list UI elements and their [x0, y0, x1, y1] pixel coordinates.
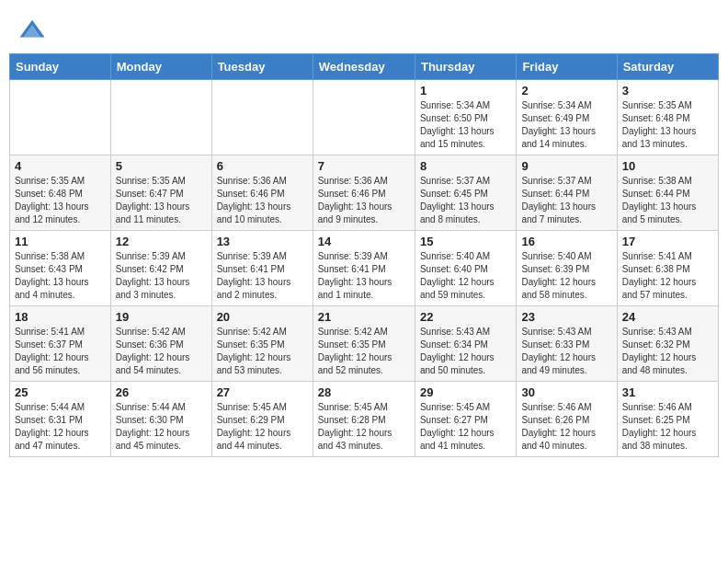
week-row-2: 4Sunrise: 5:35 AM Sunset: 6:48 PM Daylig…	[10, 155, 719, 231]
week-row-1: 1Sunrise: 5:34 AM Sunset: 6:50 PM Daylig…	[10, 80, 719, 155]
day-number: 12	[116, 235, 207, 248]
day-info: Sunrise: 5:38 AM Sunset: 6:44 PM Dayligh…	[622, 175, 713, 226]
day-cell: 12Sunrise: 5:39 AM Sunset: 6:42 PM Dayli…	[110, 231, 211, 306]
day-number: 3	[622, 84, 713, 98]
day-info: Sunrise: 5:39 AM Sunset: 6:41 PM Dayligh…	[217, 250, 308, 302]
day-number: 4	[15, 159, 106, 173]
weekday-monday: Monday	[110, 54, 211, 80]
day-info: Sunrise: 5:38 AM Sunset: 6:43 PM Dayligh…	[15, 250, 106, 302]
day-cell: 29Sunrise: 5:45 AM Sunset: 6:27 PM Dayli…	[415, 382, 516, 457]
day-cell: 18Sunrise: 5:41 AM Sunset: 6:37 PM Dayli…	[10, 306, 111, 382]
day-number: 29	[420, 385, 511, 399]
weekday-wednesday: Wednesday	[313, 54, 415, 80]
day-number: 1	[420, 84, 511, 98]
day-number: 11	[15, 235, 106, 248]
day-cell: 21Sunrise: 5:42 AM Sunset: 6:35 PM Dayli…	[313, 306, 415, 382]
weekday-thursday: Thursday	[415, 54, 516, 80]
day-number: 27	[217, 385, 308, 399]
day-cell: 22Sunrise: 5:43 AM Sunset: 6:34 PM Dayli…	[415, 306, 516, 382]
logo	[18, 17, 51, 44]
day-info: Sunrise: 5:42 AM Sunset: 6:35 PM Dayligh…	[217, 326, 308, 377]
day-info: Sunrise: 5:37 AM Sunset: 6:45 PM Dayligh…	[420, 175, 511, 226]
day-cell: 8Sunrise: 5:37 AM Sunset: 6:45 PM Daylig…	[415, 155, 516, 231]
day-info: Sunrise: 5:43 AM Sunset: 6:32 PM Dayligh…	[622, 326, 713, 377]
day-cell: 31Sunrise: 5:46 AM Sunset: 6:25 PM Dayli…	[617, 382, 718, 457]
day-cell: 1Sunrise: 5:34 AM Sunset: 6:50 PM Daylig…	[415, 80, 516, 155]
day-cell: 30Sunrise: 5:46 AM Sunset: 6:26 PM Dayli…	[517, 382, 617, 457]
day-cell: 14Sunrise: 5:39 AM Sunset: 6:41 PM Dayli…	[313, 231, 415, 306]
day-number: 22	[420, 310, 511, 324]
weekday-saturday: Saturday	[617, 54, 718, 80]
day-cell: 2Sunrise: 5:34 AM Sunset: 6:49 PM Daylig…	[517, 80, 617, 155]
day-number: 8	[420, 159, 511, 173]
day-info: Sunrise: 5:41 AM Sunset: 6:38 PM Dayligh…	[622, 250, 713, 302]
day-info: Sunrise: 5:41 AM Sunset: 6:37 PM Dayligh…	[15, 326, 106, 377]
day-cell: 23Sunrise: 5:43 AM Sunset: 6:33 PM Dayli…	[517, 306, 617, 382]
day-number: 2	[521, 84, 611, 98]
day-cell	[211, 80, 313, 155]
day-cell: 26Sunrise: 5:44 AM Sunset: 6:30 PM Dayli…	[110, 382, 211, 457]
weekday-tuesday: Tuesday	[211, 54, 313, 80]
day-number: 21	[318, 310, 410, 324]
day-cell: 16Sunrise: 5:40 AM Sunset: 6:39 PM Dayli…	[517, 231, 617, 306]
day-number: 16	[521, 235, 611, 248]
day-cell: 25Sunrise: 5:44 AM Sunset: 6:31 PM Dayli…	[10, 382, 111, 457]
day-info: Sunrise: 5:40 AM Sunset: 6:40 PM Dayligh…	[420, 250, 511, 302]
day-cell: 3Sunrise: 5:35 AM Sunset: 6:48 PM Daylig…	[617, 80, 718, 155]
day-number: 17	[622, 235, 713, 248]
day-cell: 17Sunrise: 5:41 AM Sunset: 6:38 PM Dayli…	[617, 231, 718, 306]
day-info: Sunrise: 5:39 AM Sunset: 6:42 PM Dayligh…	[116, 250, 207, 302]
weekday-sunday: Sunday	[10, 54, 111, 80]
day-number: 7	[318, 159, 410, 173]
day-info: Sunrise: 5:42 AM Sunset: 6:36 PM Dayligh…	[116, 326, 207, 377]
day-info: Sunrise: 5:35 AM Sunset: 6:47 PM Dayligh…	[116, 175, 207, 226]
day-info: Sunrise: 5:34 AM Sunset: 6:49 PM Dayligh…	[521, 99, 611, 151]
logo-icon	[18, 17, 46, 44]
day-number: 13	[217, 235, 308, 248]
day-info: Sunrise: 5:34 AM Sunset: 6:50 PM Dayligh…	[420, 99, 511, 151]
day-info: Sunrise: 5:45 AM Sunset: 6:27 PM Dayligh…	[420, 401, 511, 453]
day-cell: 7Sunrise: 5:36 AM Sunset: 6:46 PM Daylig…	[313, 155, 415, 231]
week-row-4: 18Sunrise: 5:41 AM Sunset: 6:37 PM Dayli…	[10, 306, 719, 382]
day-number: 20	[217, 310, 308, 324]
day-number: 30	[521, 385, 611, 399]
day-cell: 20Sunrise: 5:42 AM Sunset: 6:35 PM Dayli…	[211, 306, 313, 382]
day-number: 25	[15, 385, 106, 399]
day-info: Sunrise: 5:36 AM Sunset: 6:46 PM Dayligh…	[217, 175, 308, 226]
day-number: 10	[622, 159, 713, 173]
weekday-friday: Friday	[517, 54, 617, 80]
day-cell: 15Sunrise: 5:40 AM Sunset: 6:40 PM Dayli…	[415, 231, 516, 306]
day-info: Sunrise: 5:35 AM Sunset: 6:48 PM Dayligh…	[622, 99, 713, 151]
day-cell: 11Sunrise: 5:38 AM Sunset: 6:43 PM Dayli…	[10, 231, 111, 306]
day-info: Sunrise: 5:46 AM Sunset: 6:25 PM Dayligh…	[622, 401, 713, 453]
day-info: Sunrise: 5:42 AM Sunset: 6:35 PM Dayligh…	[318, 326, 410, 377]
day-cell	[313, 80, 415, 155]
day-cell: 19Sunrise: 5:42 AM Sunset: 6:36 PM Dayli…	[110, 306, 211, 382]
day-info: Sunrise: 5:43 AM Sunset: 6:34 PM Dayligh…	[420, 326, 511, 377]
day-cell: 9Sunrise: 5:37 AM Sunset: 6:44 PM Daylig…	[517, 155, 617, 231]
day-cell	[10, 80, 111, 155]
day-info: Sunrise: 5:45 AM Sunset: 6:29 PM Dayligh…	[217, 401, 308, 453]
day-number: 5	[116, 159, 207, 173]
day-cell: 24Sunrise: 5:43 AM Sunset: 6:32 PM Dayli…	[617, 306, 718, 382]
day-cell: 27Sunrise: 5:45 AM Sunset: 6:29 PM Dayli…	[211, 382, 313, 457]
day-number: 6	[217, 159, 308, 173]
day-cell: 13Sunrise: 5:39 AM Sunset: 6:41 PM Dayli…	[211, 231, 313, 306]
day-info: Sunrise: 5:37 AM Sunset: 6:44 PM Dayligh…	[521, 175, 611, 226]
weekday-header-row: SundayMondayTuesdayWednesdayThursdayFrid…	[10, 54, 719, 80]
day-cell: 28Sunrise: 5:45 AM Sunset: 6:28 PM Dayli…	[313, 382, 415, 457]
week-row-3: 11Sunrise: 5:38 AM Sunset: 6:43 PM Dayli…	[10, 231, 719, 306]
day-info: Sunrise: 5:39 AM Sunset: 6:41 PM Dayligh…	[318, 250, 410, 302]
day-number: 14	[318, 235, 410, 248]
day-info: Sunrise: 5:36 AM Sunset: 6:46 PM Dayligh…	[318, 175, 410, 226]
day-cell	[110, 80, 211, 155]
day-number: 9	[521, 159, 611, 173]
day-cell: 5Sunrise: 5:35 AM Sunset: 6:47 PM Daylig…	[110, 155, 211, 231]
calendar-table: SundayMondayTuesdayWednesdayThursdayFrid…	[9, 53, 719, 457]
day-info: Sunrise: 5:46 AM Sunset: 6:26 PM Dayligh…	[521, 401, 611, 453]
day-info: Sunrise: 5:44 AM Sunset: 6:30 PM Dayligh…	[116, 401, 207, 453]
day-number: 26	[116, 385, 207, 399]
day-number: 15	[420, 235, 511, 248]
day-number: 24	[622, 310, 713, 324]
day-info: Sunrise: 5:44 AM Sunset: 6:31 PM Dayligh…	[15, 401, 106, 453]
